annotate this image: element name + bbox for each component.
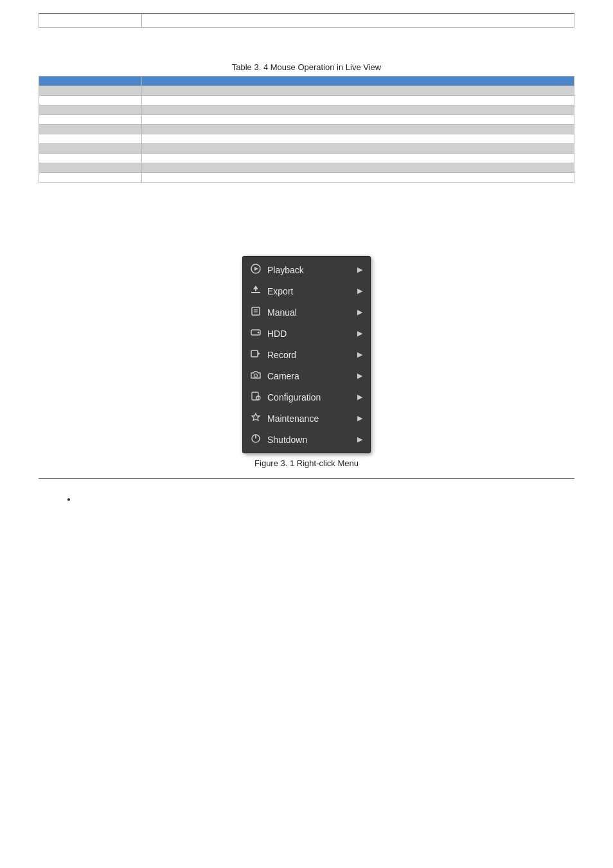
export-icon <box>249 285 262 297</box>
table-row <box>39 163 574 173</box>
table-row <box>39 134 574 144</box>
menu-item-playback[interactable]: Playback▶ <box>243 259 370 280</box>
table-cell-col1 <box>39 86 142 96</box>
table-cell-col1 <box>39 134 142 144</box>
small-table <box>39 14 574 28</box>
table-row <box>39 115 574 125</box>
menu-item-record[interactable]: Record▶ <box>243 344 370 365</box>
menu-item-shutdown[interactable]: Shutdown▶ <box>243 429 370 450</box>
table-row <box>39 173 574 183</box>
main-table <box>39 76 574 183</box>
menu-arrow-icon: ▶ <box>357 350 362 359</box>
table-cell-col2 <box>142 163 574 173</box>
table-row <box>39 144 574 154</box>
menu-item-label: Record <box>267 350 296 360</box>
table-cell-col2 <box>142 115 574 125</box>
table-row <box>39 105 574 115</box>
table-cell-col1 <box>39 125 142 134</box>
table-cell-col2 <box>142 125 574 134</box>
table-cell-col1 <box>39 96 142 105</box>
table-cell-col2 <box>142 154 574 163</box>
main-table-header-col1 <box>39 77 142 86</box>
table-cell-col2 <box>142 86 574 96</box>
table-row <box>39 96 574 105</box>
menu-arrow-icon: ▶ <box>357 414 362 422</box>
menu-item-label: Maintenance <box>267 413 319 424</box>
table-row <box>39 86 574 96</box>
menu-item-label: Camera <box>267 371 299 381</box>
configuration-icon <box>249 391 262 403</box>
table-cell-col2 <box>142 105 574 115</box>
table-cell-col1 <box>39 154 142 163</box>
menu-item-label: Playback <box>267 265 304 275</box>
menu-item-configuration[interactable]: Configuration▶ <box>243 386 370 408</box>
table-row <box>39 154 574 163</box>
menu-item-label: Manual <box>267 307 297 318</box>
bullet-section <box>39 494 574 504</box>
figure-area: Playback▶Export▶Manual▶HDD▶Record▶Camera… <box>39 256 574 468</box>
small-table-cell-1 <box>39 14 142 28</box>
table-caption: Table 3. 4 Mouse Operation in Live View <box>39 62 574 72</box>
svg-rect-2 <box>251 292 260 293</box>
table-cell-col1 <box>39 163 142 173</box>
camera-icon <box>249 370 262 382</box>
svg-marker-1 <box>254 267 258 271</box>
menu-item-label: Export <box>267 286 293 296</box>
menu-item-export[interactable]: Export▶ <box>243 280 370 302</box>
table-cell-col2 <box>142 134 574 144</box>
svg-point-11 <box>254 374 258 377</box>
menu-item-label: Shutdown <box>267 435 307 445</box>
menu-arrow-icon: ▶ <box>357 329 362 338</box>
menu-item-label: HDD <box>267 329 287 339</box>
shutdown-icon <box>249 433 262 446</box>
menu-item-camera[interactable]: Camera▶ <box>243 365 370 386</box>
table-cell-col1 <box>39 115 142 125</box>
hdd-icon <box>249 327 262 339</box>
manual-icon <box>249 306 262 318</box>
right-click-menu: Playback▶Export▶Manual▶HDD▶Record▶Camera… <box>242 256 371 453</box>
table-row <box>39 125 574 134</box>
table-cell-col1 <box>39 173 142 183</box>
menu-item-hdd[interactable]: HDD▶ <box>243 323 370 344</box>
menu-arrow-icon: ▶ <box>357 435 362 444</box>
maintenance-icon <box>249 412 262 424</box>
bullet-item <box>77 494 574 504</box>
small-table-cell-2 <box>142 14 574 28</box>
playback-icon <box>249 264 262 276</box>
menu-arrow-icon: ▶ <box>357 287 362 295</box>
table-cell-col1 <box>39 144 142 154</box>
menu-arrow-icon: ▶ <box>357 372 362 380</box>
table-cell-col1 <box>39 105 142 115</box>
bottom-divider <box>39 478 574 479</box>
svg-point-8 <box>258 332 260 334</box>
table-cell-col2 <box>142 173 574 183</box>
menu-item-label: Configuration <box>267 392 321 402</box>
svg-rect-9 <box>251 350 258 357</box>
menu-item-maintenance[interactable]: Maintenance▶ <box>243 408 370 429</box>
menu-arrow-icon: ▶ <box>357 393 362 401</box>
svg-marker-10 <box>258 352 260 355</box>
menu-arrow-icon: ▶ <box>357 308 362 316</box>
menu-arrow-icon: ▶ <box>357 266 362 274</box>
svg-marker-3 <box>253 285 258 291</box>
menu-item-manual[interactable]: Manual▶ <box>243 302 370 323</box>
record-icon <box>249 348 262 361</box>
table-cell-col2 <box>142 96 574 105</box>
svg-rect-4 <box>252 307 260 315</box>
figure-caption: Figure 3. 1 Right-click Menu <box>254 458 359 468</box>
main-table-header-col2 <box>142 77 574 86</box>
table-cell-col2 <box>142 144 574 154</box>
